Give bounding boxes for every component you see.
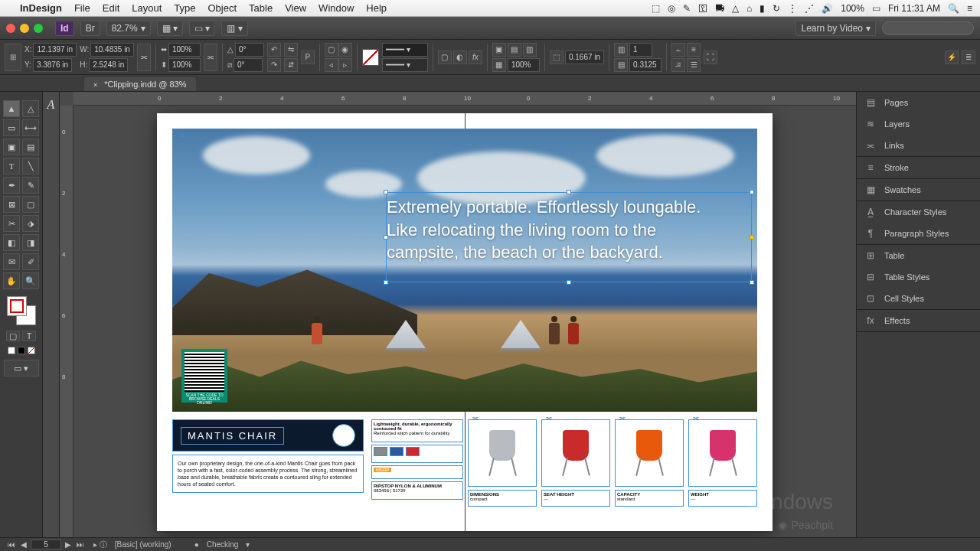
valign-top[interactable]: ⫠ [671, 43, 685, 57]
gap-tool[interactable]: ⟷ [22, 119, 39, 136]
chair-image[interactable]: ⫘ [615, 419, 684, 487]
zoom-tool[interactable]: 🔍 [22, 272, 39, 289]
menu-window[interactable]: Window [318, 2, 354, 14]
type-tool[interactable]: T [3, 158, 20, 174]
chair-label[interactable]: SEAT HEIGHT— [541, 490, 610, 507]
menu-help[interactable]: Help [366, 2, 387, 14]
rectangle-frame-tool[interactable]: ⊠ [3, 196, 20, 213]
scale-x[interactable]: 100% [168, 43, 201, 57]
battery-icon[interactable]: ▭ [872, 3, 880, 14]
flip-h[interactable]: ⇋ [284, 43, 298, 57]
truck-icon[interactable]: ⛟ [715, 3, 724, 14]
wrap-shape[interactable]: ▥ [523, 43, 537, 57]
panel-swatches[interactable]: ▦Swatches [857, 179, 980, 201]
page-tool[interactable]: ▭ [3, 119, 20, 136]
control-menu[interactable]: ≣ [962, 51, 975, 64]
spec-colors[interactable] [371, 445, 463, 463]
view-options[interactable]: ▦ ▾ [157, 21, 183, 36]
fill-swatch[interactable] [362, 49, 379, 66]
bt-icon[interactable]: ⋮ [788, 3, 797, 14]
flip-v[interactable]: ⇵ [284, 58, 298, 72]
battery-menu-icon[interactable]: ▮ [760, 3, 765, 14]
page-navigator[interactable]: ⏮ ◀ ▶ ⏭ [6, 540, 86, 549]
direct-selection-tool[interactable]: △ [22, 100, 39, 117]
chair-label[interactable]: DIMENSIONScompact [468, 490, 537, 507]
workspace-switcher[interactable]: Learn by Video ▾ [795, 21, 876, 36]
columns-field[interactable]: 1 [629, 43, 652, 57]
menu-view[interactable]: View [285, 2, 306, 14]
next-page-icon[interactable]: ▶ [64, 540, 73, 549]
preset-label[interactable]: [Basic] (working) [115, 540, 172, 549]
dropbox-icon[interactable]: ⬚ [652, 3, 660, 14]
rotate-field[interactable]: 0° [235, 43, 264, 57]
help-search[interactable] [882, 21, 974, 35]
panel-paragraph-styles[interactable]: ¶Paragraph Styles [857, 223, 980, 244]
gradient-swatch-tool[interactable]: ◧ [3, 234, 20, 251]
w-field[interactable]: 10.4835 in [90, 43, 134, 57]
volume-icon[interactable]: 🔊 [822, 3, 833, 14]
select-content[interactable]: ◉ [338, 43, 352, 57]
chair-card[interactable]: ⫘ DIMENSIONScompact [468, 419, 537, 523]
bridge-button[interactable]: Br [80, 21, 100, 36]
x-field[interactable]: 12.1397 in [33, 43, 77, 57]
last-page-icon[interactable]: ⏭ [75, 540, 86, 549]
chair-image[interactable]: ⫘ [688, 419, 757, 487]
scissors-tool[interactable]: ✂ [3, 215, 20, 232]
valign-bot[interactable]: ⫡ [671, 58, 685, 72]
spec-material[interactable]: RIPSTOP NYLON & ALUMINUM 083456 | 51729 [371, 481, 463, 500]
valign-just[interactable]: ☰ [687, 58, 701, 72]
chair-card[interactable]: ⫘ CAPACITYstandard [615, 419, 684, 523]
panel-stroke[interactable]: ≡Stroke [857, 157, 980, 178]
formatting-container[interactable]: ▢ [6, 331, 20, 341]
panel-table[interactable]: ⊞Table [857, 245, 980, 266]
panel-effects[interactable]: fxEffects [857, 310, 980, 331]
ruler-vertical[interactable]: 02 46 8 [60, 106, 74, 537]
reference-point[interactable]: ⊞ [5, 44, 21, 71]
wrap-none[interactable]: ▣ [492, 43, 506, 57]
key-icon[interactable]: ⚿ [698, 3, 707, 14]
opacity-field[interactable]: 100% [508, 58, 540, 72]
chair-label[interactable]: WEIGHT— [688, 490, 757, 507]
spec-msrp[interactable]: MSRP [371, 465, 463, 479]
menu-layout[interactable]: Layout [132, 2, 162, 14]
zoom-level-dropdown[interactable]: 82.7% ▾ [106, 21, 151, 36]
chair-card[interactable]: ⫘ WEIGHT— [688, 419, 757, 523]
document-tab[interactable]: × *Clipping.indd @ 83% [84, 77, 196, 91]
constrain-scale[interactable]: ⫘ [204, 44, 217, 71]
ruler-horizontal[interactable]: 02 46 810 02 46 810 [74, 92, 856, 106]
panel-links[interactable]: ⫘Links [857, 135, 980, 156]
selection-tool[interactable]: ▲ [3, 100, 20, 117]
scale-y[interactable]: 100% [168, 58, 201, 72]
rectangle-tool[interactable]: ▢ [22, 196, 39, 213]
pen-tool[interactable]: ✒ [3, 177, 20, 194]
view-mode-normal[interactable]: ▭ ▾ [4, 360, 39, 377]
evernote-icon[interactable]: ✎ [683, 3, 691, 14]
columns-icon[interactable]: ▥ [614, 43, 628, 57]
select-prev[interactable]: ◃ [325, 58, 338, 72]
formatting-text[interactable]: T [22, 331, 36, 341]
canvas[interactable]: 02 46 810 02 46 810 02 46 8 [60, 92, 856, 537]
clock[interactable]: Fri 11:31 AM [888, 3, 940, 14]
rotate-ccw[interactable]: ↶ [267, 43, 281, 57]
line-tool[interactable]: ╲ [22, 158, 39, 174]
sync-icon[interactable]: ↻ [773, 3, 780, 14]
gutter-field[interactable]: 0.3125 [629, 58, 662, 72]
menu-object[interactable]: Object [208, 2, 237, 14]
spread[interactable]: SCAN THE CODE TO BROWSE DEALS ONLINE! ⫘ … [157, 113, 773, 531]
panel-character-styles[interactable]: A̲Character Styles [857, 201, 980, 223]
menu-app[interactable]: InDesign [20, 2, 62, 14]
fit-frame[interactable]: ⛶ [704, 51, 717, 64]
corner-options[interactable]: ⬚ [550, 51, 564, 64]
chair-image[interactable]: ⫘ [468, 419, 537, 487]
selection-frame[interactable] [386, 192, 752, 282]
content-placer-tool[interactable]: ▤ [22, 139, 39, 155]
y-field[interactable]: 3.3876 in [33, 58, 72, 72]
screen-mode[interactable]: ▭ ▾ [189, 21, 215, 36]
close-window[interactable] [6, 24, 15, 33]
panel-cell-styles[interactable]: ⊡Cell Styles [857, 288, 980, 309]
quick-apply[interactable]: ⚡ [945, 51, 959, 64]
content-collector-tool[interactable]: ▣ [3, 139, 20, 155]
note-tool[interactable]: ✉ [3, 253, 20, 270]
pencil-tool[interactable]: ✎ [22, 177, 39, 194]
rotate-cw[interactable]: ↷ [267, 58, 281, 72]
